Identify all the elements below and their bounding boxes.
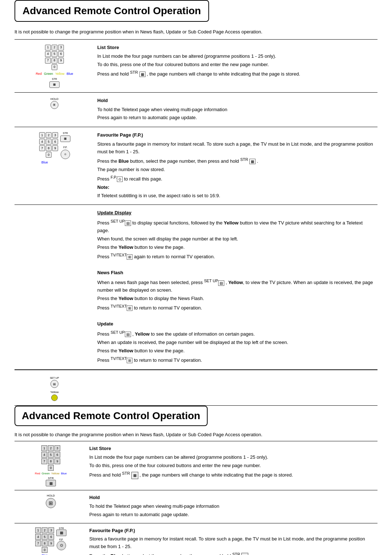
fp-right-buttons: STR ▦ F.P. ⊙ bbox=[60, 131, 70, 159]
nf-p1: When a news flash page has been selected… bbox=[97, 278, 375, 294]
fp-diagram: 1 2 3 4 5 6 7 8 9 0 Blue bbox=[35, 527, 66, 555]
fp-p2: Press the Blue button, select the page n… bbox=[97, 157, 375, 165]
list-store-p2: To do this, press one of the four colour… bbox=[97, 61, 375, 69]
setup-icon-nf: ▤ bbox=[218, 280, 224, 286]
page-title: Advanced Remote Control Operation bbox=[15, 0, 209, 22]
tvtext-icon-upd: ⊞ bbox=[127, 358, 132, 363]
fp-right-area: STR ▦ F.P. ⊙ bbox=[56, 527, 66, 550]
upd-p3: Press the Yellow button to view the page… bbox=[97, 347, 375, 355]
news-update-row: SET UP ▤ Yellow bbox=[15, 370, 377, 405]
hold-p2: Press again to return to automatic page … bbox=[89, 511, 375, 519]
color-labels: Red Green Yellow Blue bbox=[36, 72, 73, 76]
ud-p2: When found, the screen will display the … bbox=[97, 235, 375, 243]
upd-p1: Press SET UP▤ , Yellow to see the update… bbox=[97, 329, 375, 338]
favourite-page-row: 1 2 3 4 5 6 7 8 9 0 bbox=[15, 127, 377, 205]
setup-button-nf: ▤ bbox=[50, 380, 58, 388]
setup-yellow-icon: SET UP ▤ Yellow bbox=[50, 376, 59, 401]
numpad-color-icon: 1 2 3 4 5 6 7 8 9 0 Red Green Yell bbox=[36, 44, 73, 88]
btn-6: 6 bbox=[58, 51, 64, 57]
fp-button: ⊙ bbox=[61, 150, 70, 159]
fp-content: Favourite Page (F.P.) Stores a favourite… bbox=[94, 127, 377, 205]
fp-numpad-area: 1 2 3 4 5 6 7 8 9 0 Blue bbox=[35, 527, 54, 555]
str-btn-area: STR ▦ bbox=[36, 77, 73, 88]
list-store-p1: In List mode the four page numbers can b… bbox=[97, 53, 375, 60]
update-display-title: Update Display bbox=[97, 209, 375, 217]
intro-text: It is not possible to change the program… bbox=[15, 28, 377, 36]
update-title: Update bbox=[97, 320, 375, 328]
setup-icon-upd: ▤ bbox=[125, 332, 131, 337]
btn-7: 7 bbox=[45, 58, 51, 64]
intro-paragraph: It is not possible to change the program… bbox=[15, 431, 377, 438]
ls-p2: To do this, press one of the four colour… bbox=[89, 462, 375, 470]
fp-note-text: If Teletext subtitling is in use, the as… bbox=[97, 192, 375, 200]
hold-row: HOLD ⊞ Hold To hold the Teletext page wh… bbox=[15, 92, 377, 127]
news-flash-title: News Flash bbox=[97, 269, 375, 277]
hold-icon-cell: HOLD ⊞ bbox=[15, 92, 94, 127]
list-store-content: List Store In List mode the four page nu… bbox=[94, 39, 377, 92]
list-store-title: List Store bbox=[97, 44, 375, 52]
str-icon-fp: ▦ bbox=[249, 159, 256, 164]
ls-p1: In List mode the four page numbers can b… bbox=[89, 454, 375, 461]
upd-p4: Press TV/TEXT⊞ to return to normal TV op… bbox=[97, 356, 375, 364]
fp-btn-fp: ⊙ bbox=[57, 541, 66, 550]
news-update-icon-cell: SET UP ▤ Yellow bbox=[15, 370, 94, 405]
update-display-content: Update Display Press SET UP▤ to display … bbox=[94, 205, 377, 369]
str-btn-fp: ▦ bbox=[60, 135, 70, 142]
upd-p2: When an update is received, the page num… bbox=[97, 339, 375, 347]
list-store-right: List Store In List mode the four page nu… bbox=[87, 441, 377, 490]
fp-numpad: 1 2 3 4 5 6 7 8 9 0 bbox=[38, 131, 59, 158]
fp-title: Favourite Page (F.P.) bbox=[97, 131, 375, 139]
content-table: 1 2 3 4 5 6 7 8 9 0 Red Green Yell bbox=[15, 39, 377, 370]
btn-0: 0 bbox=[52, 64, 57, 70]
btn-8: 8 bbox=[52, 58, 57, 64]
hold-p1: To hold the Teletext page when viewing m… bbox=[97, 106, 375, 114]
fp-right: Favourite Page (F.P.) Stores a favourite… bbox=[87, 523, 377, 555]
fp-bottom-labels: Blue bbox=[38, 160, 70, 165]
hold-section: HOLD ⊞ Hold To hold the Teletext page wh… bbox=[15, 490, 377, 523]
hold-p2: Press again to return to automatic page … bbox=[97, 114, 375, 122]
fp-p2: Press the Blue button, select the page n… bbox=[89, 551, 375, 555]
yellow-button-nf bbox=[51, 394, 58, 401]
str-btn-ls: ▦ bbox=[46, 480, 56, 486]
fp-icon-cell: 1 2 3 4 5 6 7 8 9 0 bbox=[15, 127, 94, 205]
hold-button: ⊞ bbox=[50, 101, 58, 109]
nf-p2: Press the Yellow button to display the N… bbox=[97, 295, 375, 303]
fp-heading: Favourite Page (F.P.) bbox=[89, 527, 375, 535]
hold-p1: To hold the Teletext page when viewing m… bbox=[89, 503, 375, 510]
fp-p1: Stores a favourite page in memory for in… bbox=[89, 535, 375, 551]
fp-section: 1 2 3 4 5 6 7 8 9 0 Blue bbox=[15, 523, 377, 555]
btn-3: 3 bbox=[58, 45, 64, 50]
fp-p4: Press F.P.⊙ to recall this page. bbox=[97, 174, 375, 183]
document-title: Advanced Remote Control Operation bbox=[15, 406, 208, 426]
str-button: ▦ bbox=[49, 81, 60, 88]
fp-icon-inline: ⊙ bbox=[117, 177, 123, 182]
btn-1: 1 bbox=[45, 45, 51, 50]
str-icon-inline: ▦ bbox=[139, 72, 146, 77]
btn-4: 4 bbox=[45, 51, 51, 57]
hold-right: Hold To hold the Teletext page when view… bbox=[87, 490, 377, 523]
numpad-grid: 1 2 3 4 5 6 7 8 9 0 bbox=[41, 445, 60, 471]
hold-left: HOLD ⊞ bbox=[15, 490, 87, 523]
hold-heading: Hold bbox=[89, 494, 375, 502]
ls-heading: List Store bbox=[89, 445, 375, 453]
str-area: STR ▦ bbox=[35, 477, 67, 486]
ud-p3: Press the Yellow button to view the page… bbox=[97, 244, 375, 251]
fp-left: 1 2 3 4 5 6 7 8 9 0 Blue bbox=[15, 523, 87, 555]
tvtext-icon-nf: ⊞ bbox=[127, 305, 132, 311]
color-btn-labels: Red Green Yellow Blue bbox=[35, 472, 67, 475]
hold-content: Hold To hold the Teletext page when view… bbox=[94, 92, 377, 127]
list-store-left: 1 2 3 4 5 6 7 8 9 0 Red bbox=[15, 441, 87, 490]
fp-note-label: Note: bbox=[97, 184, 375, 191]
document: Advanced Remote Control Operation It is … bbox=[15, 406, 377, 555]
tvtext-icon-ud: ⊞ bbox=[127, 254, 132, 260]
btn-2: 2 bbox=[52, 45, 57, 50]
hold-diagram: HOLD ⊞ bbox=[17, 494, 85, 508]
str-icon-fp2: ▦ bbox=[241, 553, 248, 555]
news-update-content bbox=[94, 370, 377, 405]
fp-icon: 1 2 3 4 5 6 7 8 9 0 bbox=[38, 131, 70, 165]
update-display-row: Update Display Press SET UP▤ to display … bbox=[15, 205, 377, 369]
str-btn-fp2: ▦ bbox=[56, 530, 66, 536]
bottom-table: SET UP ▤ Yellow bbox=[15, 370, 377, 406]
setup-icon-ud: ▤ bbox=[125, 220, 131, 226]
ud-p1: Press SET UP▤ to display special functio… bbox=[97, 218, 375, 235]
